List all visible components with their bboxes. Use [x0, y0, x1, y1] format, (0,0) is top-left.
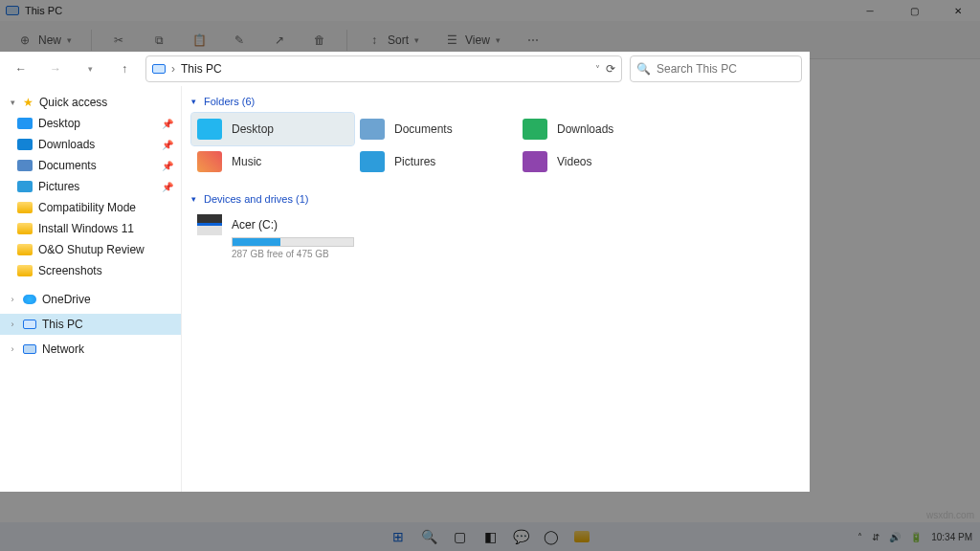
- star-icon: ★: [23, 96, 33, 109]
- nav-bar: ← → ▾ ↑ › This PC ˅ ⟳ 🔍: [0, 52, 810, 86]
- folder-icon: [17, 223, 33, 234]
- window-controls: ─ ▢ ✕: [848, 0, 980, 21]
- plus-icon: ⊕: [17, 33, 33, 48]
- widgets-icon[interactable]: ◧: [477, 525, 503, 548]
- wifi-icon: ⇵: [872, 532, 880, 542]
- sidebar-item-screenshots[interactable]: Screenshots: [0, 260, 181, 281]
- recent-dropdown[interactable]: ▾: [77, 55, 103, 82]
- cut-button[interactable]: ✂: [101, 26, 136, 55]
- sidebar-item-network[interactable]: ›Network: [0, 339, 181, 360]
- group-header-drives[interactable]: Devices and drives (1): [191, 193, 800, 205]
- chat-icon[interactable]: 💬: [507, 525, 534, 548]
- group-header-folders[interactable]: Folders (6): [191, 96, 800, 107]
- pin-icon: 📌: [162, 119, 173, 129]
- rename-button[interactable]: ✎: [222, 26, 256, 55]
- back-button[interactable]: ←: [8, 55, 34, 82]
- search-input[interactable]: [657, 62, 800, 76]
- paste-button[interactable]: 📋: [182, 26, 216, 55]
- close-button[interactable]: ✕: [936, 0, 980, 21]
- view-icon: ☰: [444, 33, 459, 48]
- folder-tile-videos[interactable]: Videos: [517, 145, 679, 178]
- folder-tile-music[interactable]: Music: [191, 145, 354, 178]
- minimize-button[interactable]: ─: [848, 0, 892, 21]
- delete-button[interactable]: 🗑: [302, 26, 337, 55]
- thispc-icon: [152, 64, 166, 74]
- music-icon: [197, 151, 222, 172]
- folder-tile-documents[interactable]: Documents: [354, 113, 517, 145]
- videos-icon: [523, 151, 547, 172]
- sidebar-item-shutup[interactable]: O&O Shutup Review: [0, 239, 181, 260]
- folder-tile-pictures[interactable]: Pictures: [354, 145, 517, 178]
- sidebar-item-quick-access[interactable]: ▾★Quick access: [0, 92, 181, 113]
- cut-icon: ✂: [111, 33, 126, 48]
- pictures-icon: [17, 181, 33, 192]
- folder-icon: [17, 265, 33, 276]
- taskbar: ⊞ 🔍 ▢ ◧ 💬 ◯ ˄ ⇵ 🔊 🔋 10:34 PM: [0, 522, 980, 551]
- documents-icon: [17, 160, 33, 171]
- drive-tile-c[interactable]: Acer (C:) 287 GB free of 475 GB: [191, 210, 354, 263]
- copy-button[interactable]: ⧉: [142, 26, 176, 55]
- folder-icon: [17, 202, 33, 213]
- system-tray[interactable]: ˄ ⇵ 🔊 🔋 10:34 PM: [858, 532, 972, 542]
- new-button[interactable]: ⊕New▾: [8, 26, 81, 55]
- tray-clock[interactable]: 10:34 PM: [931, 532, 972, 542]
- refresh-button[interactable]: ⟳: [606, 62, 615, 76]
- sidebar-item-thispc[interactable]: ›This PC: [0, 314, 181, 335]
- sidebar-item-downloads[interactable]: Downloads📌: [0, 134, 181, 155]
- sidebar-item-desktop[interactable]: Desktop📌: [0, 113, 181, 134]
- share-button[interactable]: ↗: [262, 26, 297, 55]
- more-icon: ⋯: [525, 33, 541, 48]
- address-bar[interactable]: › This PC ˅ ⟳: [145, 55, 622, 82]
- more-button[interactable]: ⋯: [516, 26, 550, 55]
- drive-usage-bar: [232, 237, 354, 247]
- desktop-icon: [17, 118, 33, 129]
- paste-icon: 📋: [191, 33, 207, 48]
- content-pane[interactable]: Folders (6) Desktop Documents Downloads …: [182, 86, 810, 492]
- desktop-icon: [197, 119, 222, 140]
- thispc-icon: [6, 6, 19, 15]
- breadcrumb[interactable]: This PC: [181, 62, 222, 76]
- start-button[interactable]: ⊞: [385, 525, 412, 548]
- sort-icon: ↕: [367, 33, 382, 48]
- search-taskbar-icon[interactable]: 🔍: [415, 525, 442, 548]
- thispc-icon: [23, 320, 36, 329]
- search-icon: 🔍: [636, 62, 651, 76]
- cloud-icon: [23, 295, 36, 304]
- battery-icon: 🔋: [910, 532, 922, 542]
- chrome-icon[interactable]: ◯: [538, 525, 565, 548]
- pin-icon: 📌: [162, 182, 173, 192]
- drive-icon: [197, 214, 222, 235]
- explorer-taskbar-icon[interactable]: [568, 525, 595, 548]
- search-box[interactable]: 🔍: [630, 55, 802, 82]
- folder-tile-downloads[interactable]: Downloads: [517, 113, 679, 145]
- sort-button[interactable]: ↕Sort▾: [357, 26, 429, 55]
- sidebar-item-compat[interactable]: Compatibility Mode: [0, 197, 181, 218]
- drive-name: Acer (C:): [232, 218, 278, 231]
- taskview-icon[interactable]: ▢: [446, 525, 473, 548]
- folder-icon: [17, 244, 33, 255]
- downloads-icon: [17, 139, 33, 150]
- downloads-icon: [523, 119, 547, 140]
- sidebar-item-documents[interactable]: Documents📌: [0, 155, 181, 176]
- view-button[interactable]: ☰View▾: [434, 26, 510, 55]
- network-icon: [23, 344, 36, 354]
- documents-icon: [360, 119, 385, 140]
- volume-icon: 🔊: [889, 532, 901, 542]
- chevron-down-icon[interactable]: ˅: [595, 64, 600, 75]
- maximize-button[interactable]: ▢: [892, 0, 936, 21]
- pin-icon: 📌: [162, 140, 173, 150]
- pictures-icon: [360, 151, 385, 172]
- pin-icon: 📌: [162, 161, 173, 171]
- window-title: This PC: [25, 5, 62, 16]
- title-bar: This PC ─ ▢ ✕: [0, 0, 980, 21]
- sidebar-item-install[interactable]: Install Windows 11: [0, 218, 181, 239]
- navigation-pane: ▾★Quick access Desktop📌 Downloads📌 Docum…: [0, 86, 182, 492]
- sidebar-item-pictures[interactable]: Pictures📌: [0, 176, 181, 197]
- share-icon: ↗: [272, 33, 287, 48]
- watermark: wsxdn.com: [926, 510, 974, 520]
- sidebar-item-onedrive[interactable]: ›OneDrive: [0, 289, 181, 310]
- chevron-up-icon[interactable]: ˄: [858, 532, 862, 542]
- forward-button[interactable]: →: [42, 55, 69, 82]
- up-button[interactable]: ↑: [111, 55, 138, 82]
- folder-tile-desktop[interactable]: Desktop: [191, 113, 354, 145]
